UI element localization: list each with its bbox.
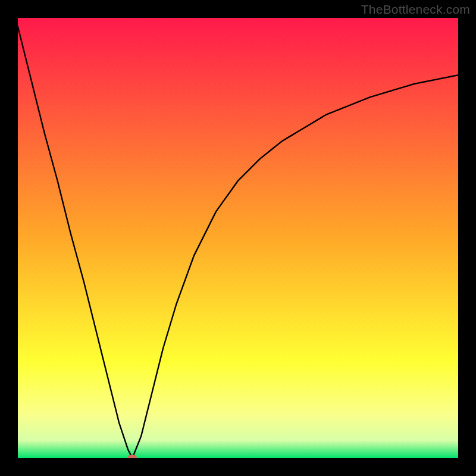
- gradient-background: [18, 18, 458, 458]
- chart-svg: [18, 18, 458, 458]
- plot-area: [18, 18, 458, 458]
- min-point-marker: [128, 455, 137, 458]
- watermark-text: TheBottleneck.com: [361, 2, 470, 17]
- chart-frame: TheBottleneck.com: [0, 0, 476, 476]
